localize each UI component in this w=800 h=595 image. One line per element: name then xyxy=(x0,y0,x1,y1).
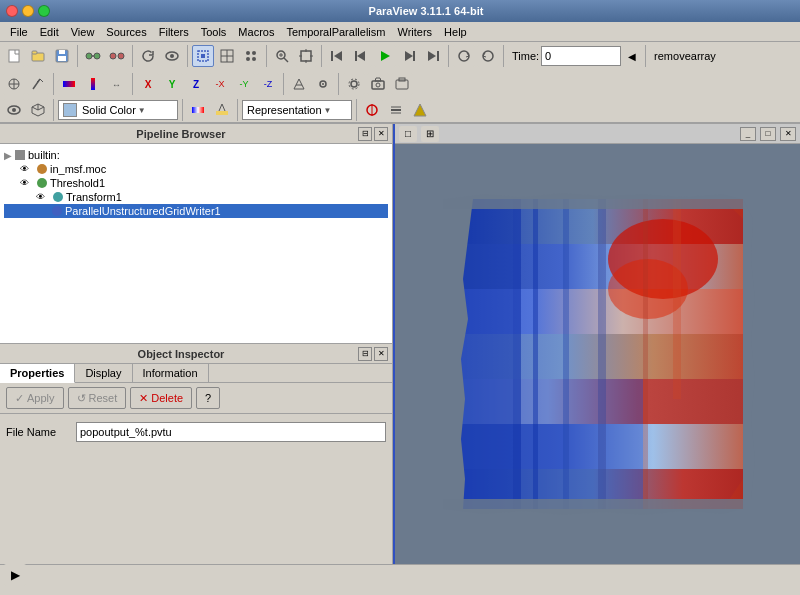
delete-button[interactable]: ✕ Delete xyxy=(130,387,192,409)
menu-file[interactable]: File xyxy=(4,24,34,40)
neg-z-button[interactable]: -Z xyxy=(257,73,279,95)
left-panel: Pipeline Browser ⊟ ✕ ▶ builtin: 👁 xyxy=(0,124,393,564)
menu-writers[interactable]: Writers xyxy=(391,24,438,40)
maximize-button[interactable] xyxy=(38,5,50,17)
open-button[interactable] xyxy=(27,45,49,67)
eye-icon-transform1[interactable]: 👁 xyxy=(36,192,50,202)
time-label: Time: xyxy=(512,50,539,62)
z-axis-button[interactable]: Z xyxy=(185,73,207,95)
refresh-button[interactable] xyxy=(137,45,159,67)
neg-x-button[interactable]: -X xyxy=(209,73,231,95)
filename-input[interactable] xyxy=(76,422,386,442)
menu-sources[interactable]: Sources xyxy=(100,24,152,40)
svg-text:↔: ↔ xyxy=(112,80,121,90)
render-content[interactable] xyxy=(395,144,800,564)
tab-information[interactable]: Information xyxy=(133,364,209,382)
perspective-button[interactable] xyxy=(288,73,310,95)
pipeline-item-threshold1[interactable]: 👁 Threshold1 xyxy=(4,176,388,190)
separator-9 xyxy=(53,73,54,95)
inspector-float-button[interactable]: ⊟ xyxy=(358,347,372,361)
cube-button[interactable] xyxy=(27,99,49,121)
tab-properties[interactable]: Properties xyxy=(0,364,75,383)
edit-color-button[interactable] xyxy=(211,99,233,121)
status-icon[interactable]: ▶ xyxy=(4,564,26,586)
representation-dropdown[interactable]: Representation ▼ xyxy=(242,100,352,120)
inspector-content: File Name xyxy=(0,414,392,564)
save-button[interactable] xyxy=(51,45,73,67)
tool-r1[interactable] xyxy=(361,99,383,121)
render-close-button[interactable]: ✕ xyxy=(780,127,796,141)
window-controls[interactable] xyxy=(6,5,50,17)
rescale-data-button[interactable] xyxy=(187,99,209,121)
tab-display[interactable]: Display xyxy=(75,364,132,382)
neg-y-button[interactable]: -Y xyxy=(233,73,255,95)
minimize-button[interactable] xyxy=(22,5,34,17)
loop-back-button[interactable] xyxy=(477,45,499,67)
reset-button[interactable]: ↺ Reset xyxy=(68,387,127,409)
eye-icon-in-msf[interactable]: 👁 xyxy=(20,164,34,174)
new-button[interactable] xyxy=(3,45,25,67)
first-frame-button[interactable] xyxy=(326,45,348,67)
tool-r2[interactable] xyxy=(385,99,407,121)
separator-14 xyxy=(182,99,183,121)
select-points-button[interactable] xyxy=(240,45,262,67)
select-cells-button[interactable] xyxy=(216,45,238,67)
tool-r3[interactable] xyxy=(409,99,431,121)
pipeline-item-writer1[interactable]: ParallelUnstructuredGridWriter1 xyxy=(4,204,388,218)
eye-button[interactable] xyxy=(161,45,183,67)
close-button[interactable] xyxy=(6,5,18,17)
separator-6 xyxy=(448,45,449,67)
render-max-button[interactable]: □ xyxy=(760,127,776,141)
disconnect-button[interactable] xyxy=(106,45,128,67)
pipeline-item-in-msf[interactable]: 👁 in_msf.moc xyxy=(4,162,388,176)
render-icon-1[interactable]: □ xyxy=(399,126,417,142)
reset-camera-button[interactable] xyxy=(295,45,317,67)
svg-rect-53 xyxy=(372,81,384,89)
menu-tools[interactable]: Tools xyxy=(195,24,233,40)
rescale-button[interactable]: ↔ xyxy=(106,73,128,95)
solid-color-dropdown[interactable]: Solid Color ▼ xyxy=(58,100,178,120)
next-frame-button[interactable] xyxy=(398,45,420,67)
last-frame-button[interactable] xyxy=(422,45,444,67)
play-button[interactable] xyxy=(374,45,396,67)
select-block-button[interactable] xyxy=(192,45,214,67)
menu-help[interactable]: Help xyxy=(438,24,473,40)
pipeline-close-button[interactable]: ✕ xyxy=(374,127,388,141)
camera-button[interactable] xyxy=(367,73,389,95)
render-header: □ ⊞ _ □ ✕ xyxy=(395,124,800,144)
connect-button[interactable] xyxy=(82,45,104,67)
zoom-box-button[interactable] xyxy=(271,45,293,67)
color-mode-button[interactable] xyxy=(58,73,80,95)
prev-frame-button[interactable] xyxy=(350,45,372,67)
camera-orient-button[interactable] xyxy=(3,73,25,95)
scalar-bar-button[interactable] xyxy=(82,73,104,95)
eye-icon-threshold1[interactable]: 👁 xyxy=(20,178,34,188)
render-icon-2[interactable]: ⊞ xyxy=(421,126,439,142)
menu-temporalparallelism[interactable]: TemporalParallelism xyxy=(280,24,391,40)
pipeline-item-builtin[interactable]: ▶ builtin: xyxy=(4,148,388,162)
time-prev-button[interactable]: ◀ xyxy=(623,45,641,67)
inspector-close-button[interactable]: ✕ xyxy=(374,347,388,361)
apply-button[interactable]: ✓ Apply xyxy=(6,387,64,409)
svg-point-50 xyxy=(322,83,324,85)
screenshot-button[interactable] xyxy=(391,73,413,95)
time-input[interactable] xyxy=(541,46,621,66)
x-axis-button[interactable]: X xyxy=(137,73,159,95)
menu-macros[interactable]: Macros xyxy=(232,24,280,40)
pick-button[interactable] xyxy=(27,73,49,95)
menu-edit[interactable]: Edit xyxy=(34,24,65,40)
y-axis-button[interactable]: Y xyxy=(161,73,183,95)
render-minus-button[interactable]: _ xyxy=(740,127,756,141)
pipeline-item-transform1[interactable]: 👁 Transform1 xyxy=(4,190,388,204)
loop-button[interactable] xyxy=(453,45,475,67)
help-button[interactable]: ? xyxy=(196,387,220,409)
pipeline-browser-header: Pipeline Browser ⊟ ✕ xyxy=(0,124,392,144)
apply-label: Apply xyxy=(27,392,55,404)
menu-view[interactable]: View xyxy=(65,24,101,40)
rotation-center-button[interactable] xyxy=(312,73,334,95)
menu-filters[interactable]: Filters xyxy=(153,24,195,40)
show-button[interactable] xyxy=(3,99,25,121)
pipeline-float-button[interactable]: ⊟ xyxy=(358,127,372,141)
settings-button[interactable] xyxy=(343,73,365,95)
separator-7 xyxy=(503,45,504,67)
